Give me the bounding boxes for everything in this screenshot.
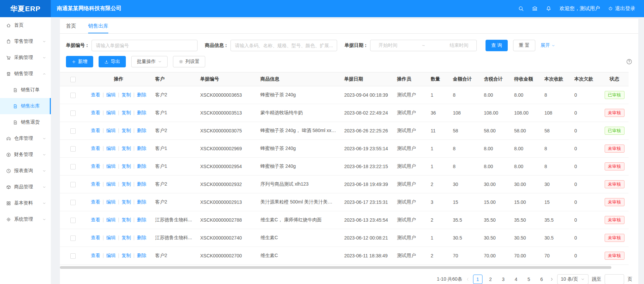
row-action-delete[interactable]: 删除: [137, 128, 146, 133]
chevron-down-icon: [42, 137, 46, 140]
row-checkbox[interactable]: [70, 128, 76, 134]
row-action-edit[interactable]: 编辑: [106, 128, 116, 133]
sidebar-item-finance[interactable]: 财务管理: [0, 147, 51, 163]
row-action-edit[interactable]: 编辑: [106, 253, 116, 258]
bank-icon[interactable]: [532, 6, 538, 11]
add-button[interactable]: 新增: [66, 56, 93, 67]
sidebar-item-basic[interactable]: 基本资料: [0, 195, 51, 211]
page-button-4[interactable]: 4: [511, 275, 521, 284]
row-action-view[interactable]: 查看: [91, 146, 100, 151]
expand-link[interactable]: 展开: [541, 42, 555, 49]
logout-button[interactable]: 退出登录: [608, 5, 635, 12]
row-action-view[interactable]: 查看: [91, 92, 100, 97]
row-action-edit[interactable]: 编辑: [106, 92, 116, 97]
row-action-edit[interactable]: 编辑: [106, 217, 116, 222]
sidebar-item-report[interactable]: 报表查询: [0, 163, 51, 179]
row-action-copy[interactable]: 复制: [121, 199, 131, 204]
sidebar-subitem-sales-order[interactable]: 销售订单: [0, 82, 51, 98]
search-icon[interactable]: [518, 6, 524, 11]
row-action-copy[interactable]: 复制: [121, 110, 131, 115]
table-body: 查看|编辑|复制|删除客户2XSCK00000003653蜂蜜柚子茶 240g2…: [60, 86, 629, 265]
jump-suffix: 页: [628, 276, 632, 282]
sidebar-item-system[interactable]: 系统管理: [0, 211, 51, 227]
row-action-view[interactable]: 查看: [91, 181, 100, 187]
row-action-copy[interactable]: 复制: [121, 146, 131, 151]
row-checkbox[interactable]: [70, 218, 76, 223]
row-action-copy[interactable]: 复制: [121, 181, 131, 187]
sidebar-subitem-sales-return[interactable]: 销售退货: [0, 114, 51, 130]
row-checkbox[interactable]: [70, 235, 76, 241]
sidebar-subitem-sales-out[interactable]: 销售出库: [0, 98, 51, 114]
next-page-button[interactable]: [550, 277, 554, 281]
row-action-delete[interactable]: 删除: [137, 110, 146, 115]
product-input[interactable]: [230, 40, 337, 51]
page-button-3[interactable]: 3: [499, 275, 508, 284]
row-action-edit[interactable]: 编辑: [106, 199, 116, 204]
search-button[interactable]: 查 询: [486, 40, 508, 51]
sidebar-item-warehouse[interactable]: 仓库管理: [0, 130, 51, 147]
page-size-select[interactable]: 10 条/页: [557, 274, 588, 284]
help-icon[interactable]: [626, 59, 632, 65]
date-range-picker[interactable]: 开始时间 ~ 结束时间: [370, 40, 477, 51]
select-all-checkbox[interactable]: [70, 77, 76, 82]
row-checkbox[interactable]: [70, 111, 76, 116]
row-action-view[interactable]: 查看: [91, 253, 100, 258]
row-action-delete[interactable]: 删除: [137, 181, 146, 187]
batch-actions-button[interactable]: 批量操作: [131, 56, 168, 67]
row-action-delete[interactable]: 删除: [137, 146, 146, 151]
sidebar-item-home[interactable]: 首页: [0, 17, 51, 33]
sidebar-item-goods[interactable]: 商品管理: [0, 179, 51, 195]
row-action-edit[interactable]: 编辑: [106, 110, 116, 115]
app-header: 华夏ERP 南通某某网络科技有限公司 欢迎您，测试用户 退出登录: [0, 0, 644, 17]
column-settings-button[interactable]: 列设置: [173, 56, 205, 67]
sidebar-item-sales[interactable]: 销售管理: [0, 66, 51, 82]
jump-input[interactable]: [605, 274, 624, 284]
tab-sales-out[interactable]: 销售出库: [88, 19, 108, 33]
export-button[interactable]: 导出: [99, 56, 126, 67]
row-action-edit[interactable]: 编辑: [106, 235, 116, 240]
row-action-copy[interactable]: 复制: [121, 253, 131, 258]
row-action-delete[interactable]: 删除: [137, 217, 146, 222]
row-action-copy[interactable]: 复制: [121, 163, 131, 169]
row-action-view[interactable]: 查看: [91, 217, 100, 222]
page-button-1[interactable]: 1: [473, 275, 482, 284]
bell-icon[interactable]: [546, 6, 551, 11]
page-button-2[interactable]: 2: [486, 275, 495, 284]
row-checkbox[interactable]: [70, 200, 76, 205]
date-end-placeholder[interactable]: 结束时间: [450, 42, 468, 49]
tab-home[interactable]: 首页: [66, 19, 76, 33]
sidebar-item-purchase[interactable]: 采购管理: [0, 50, 51, 66]
row-action-delete[interactable]: 删除: [137, 235, 146, 240]
row-checkbox[interactable]: [70, 182, 76, 187]
row-action-delete[interactable]: 删除: [137, 199, 146, 204]
row-checkbox[interactable]: [70, 164, 76, 169]
scrollbar-thumb[interactable]: [60, 266, 611, 269]
horizontal-scrollbar[interactable]: [60, 266, 629, 269]
row-action-copy[interactable]: 复制: [121, 235, 131, 240]
row-action-copy[interactable]: 复制: [121, 128, 131, 133]
reset-button[interactable]: 重 置: [513, 40, 535, 51]
row-action-delete[interactable]: 删除: [137, 92, 146, 97]
row-action-copy[interactable]: 复制: [121, 92, 131, 97]
page-button-6[interactable]: 6: [537, 275, 546, 284]
row-action-delete[interactable]: 删除: [137, 253, 146, 258]
date-start-placeholder[interactable]: 开始时间: [379, 42, 397, 49]
cell-customer: 客户2: [151, 193, 196, 211]
row-action-edit[interactable]: 编辑: [106, 181, 116, 187]
row-checkbox[interactable]: [70, 93, 76, 98]
row-checkbox[interactable]: [70, 253, 76, 259]
row-action-view[interactable]: 查看: [91, 235, 100, 240]
sidebar-item-retail[interactable]: 零售管理: [0, 33, 51, 50]
page-button-5[interactable]: 5: [524, 275, 534, 284]
row-action-view[interactable]: 查看: [91, 199, 100, 204]
row-checkbox[interactable]: [70, 146, 76, 152]
row-action-delete[interactable]: 删除: [137, 163, 146, 169]
row-action-copy[interactable]: 复制: [121, 217, 131, 222]
row-action-view[interactable]: 查看: [91, 128, 100, 133]
row-action-edit[interactable]: 编辑: [106, 146, 116, 151]
row-action-view[interactable]: 查看: [91, 110, 100, 115]
row-action-edit[interactable]: 编辑: [106, 163, 116, 169]
prev-page-button[interactable]: [466, 277, 470, 281]
row-action-view[interactable]: 查看: [91, 163, 100, 169]
bill-no-input[interactable]: [92, 40, 198, 51]
